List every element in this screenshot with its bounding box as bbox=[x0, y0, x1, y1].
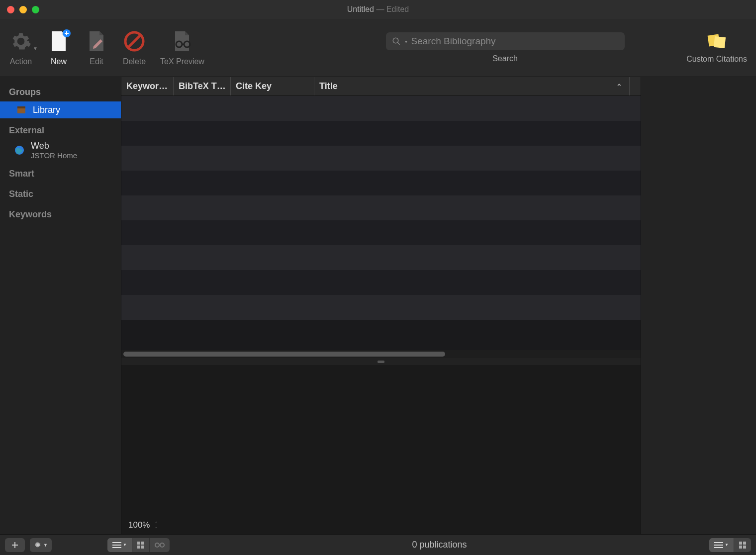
sidebar: Groups Library External Web JSTOR Home S… bbox=[0, 77, 121, 534]
web-label: Web bbox=[31, 141, 77, 151]
edited-indicator: — Edited bbox=[374, 5, 409, 13]
groups-header: Groups bbox=[0, 83, 121, 101]
col-bibtex-type[interactable]: BibTeX T… bbox=[174, 77, 231, 95]
search-icon bbox=[392, 37, 401, 46]
edit-icon bbox=[85, 29, 108, 53]
grid-icon bbox=[739, 542, 746, 549]
table-body[interactable] bbox=[121, 96, 641, 350]
col-title[interactable]: Title ⌃ bbox=[314, 77, 630, 95]
svg-rect-20 bbox=[743, 542, 746, 545]
table-header: Keywor… BibTeX T… Cite Key Title ⌃ bbox=[121, 77, 641, 96]
library-label: Library bbox=[33, 105, 60, 115]
svg-point-5 bbox=[393, 38, 398, 43]
grid-view-button[interactable] bbox=[132, 538, 149, 552]
right-grid-view-button[interactable] bbox=[734, 538, 751, 552]
scrollbar-thumb[interactable] bbox=[123, 352, 445, 357]
svg-rect-14 bbox=[141, 542, 144, 545]
close-window-button[interactable] bbox=[7, 6, 14, 13]
smart-header: Smart bbox=[0, 162, 121, 182]
settings-menu-button[interactable]: ▼ bbox=[30, 538, 52, 552]
traffic-lights bbox=[7, 6, 39, 13]
toolbar: ▼ Action New Edit Delete TeX Preview ▾ bbox=[0, 19, 756, 77]
table-row bbox=[121, 245, 641, 270]
action-label: Action bbox=[10, 57, 32, 66]
sticky-notes-icon bbox=[706, 32, 727, 51]
left-view-segmented: ▼ bbox=[107, 538, 170, 552]
col-keywords[interactable]: Keywor… bbox=[121, 77, 174, 95]
grip-icon bbox=[378, 361, 384, 363]
svg-rect-13 bbox=[137, 542, 140, 545]
new-button[interactable]: New bbox=[47, 29, 71, 66]
svg-rect-15 bbox=[137, 546, 140, 549]
titlebar: Untitled — Edited bbox=[0, 0, 756, 19]
window-title: Untitled — Edited bbox=[347, 5, 409, 14]
edit-label: Edit bbox=[90, 57, 103, 66]
table-row bbox=[121, 295, 641, 320]
glasses-small-icon bbox=[155, 542, 165, 548]
col-overflow[interactable] bbox=[630, 77, 641, 95]
svg-rect-10 bbox=[17, 106, 25, 108]
gear-icon bbox=[34, 541, 42, 549]
zoom-control[interactable]: 100% ⌃ ⌄ bbox=[128, 520, 158, 530]
delete-label: Delete bbox=[123, 57, 146, 66]
add-button[interactable] bbox=[5, 538, 25, 552]
list-icon bbox=[112, 542, 121, 549]
publication-count: 0 publications bbox=[170, 540, 709, 550]
svg-rect-16 bbox=[141, 546, 144, 549]
horizontal-scrollbar[interactable] bbox=[121, 350, 641, 358]
svg-rect-22 bbox=[743, 546, 746, 549]
dropdown-icon: ▼ bbox=[33, 46, 38, 51]
table-row bbox=[121, 96, 641, 121]
title-col-label: Title bbox=[319, 81, 338, 92]
custom-citations-button[interactable]: Custom Citations bbox=[686, 32, 747, 64]
search-field[interactable]: ▾ bbox=[386, 32, 625, 50]
minimize-window-button[interactable] bbox=[19, 6, 27, 13]
book-icon bbox=[16, 104, 27, 115]
sidebar-item-web[interactable]: Web JSTOR Home bbox=[0, 139, 121, 162]
svg-line-6 bbox=[397, 42, 400, 45]
static-header: Static bbox=[0, 182, 121, 202]
delete-button[interactable]: Delete bbox=[122, 29, 146, 66]
table-row bbox=[121, 171, 641, 195]
sort-ascending-icon: ⌃ bbox=[616, 83, 622, 91]
search-options-icon[interactable]: ▾ bbox=[405, 39, 407, 44]
chevron-down-icon: ▼ bbox=[123, 543, 127, 547]
svg-point-18 bbox=[160, 543, 164, 547]
gear-icon: ▼ bbox=[9, 29, 33, 53]
globe-icon bbox=[14, 145, 25, 156]
right-list-view-button[interactable]: ▼ bbox=[709, 538, 734, 552]
chevron-down-icon: ⌄ bbox=[155, 525, 158, 529]
status-bar: ▼ ▼ 0 publications ▼ bbox=[0, 534, 756, 555]
glasses-icon bbox=[170, 29, 194, 53]
table-row bbox=[121, 146, 641, 171]
chevron-down-icon: ▼ bbox=[725, 543, 729, 547]
tex-preview-label: TeX Preview bbox=[160, 57, 204, 66]
fullscreen-window-button[interactable] bbox=[32, 6, 39, 13]
zoom-stepper[interactable]: ⌃ ⌄ bbox=[155, 522, 158, 529]
list-view-button[interactable]: ▼ bbox=[107, 538, 132, 552]
svg-line-2 bbox=[128, 35, 140, 47]
search-label: Search bbox=[492, 54, 518, 63]
plus-icon bbox=[11, 542, 18, 549]
col-cite-key[interactable]: Cite Key bbox=[231, 77, 314, 95]
table-row bbox=[121, 270, 641, 295]
table-row bbox=[121, 121, 641, 146]
svg-point-17 bbox=[155, 543, 159, 547]
main-panel: Keywor… BibTeX T… Cite Key Title ⌃ bbox=[121, 77, 641, 534]
action-button[interactable]: ▼ Action bbox=[9, 29, 33, 66]
edit-button[interactable]: Edit bbox=[85, 29, 108, 66]
table-row bbox=[121, 195, 641, 220]
sidebar-item-library[interactable]: Library bbox=[0, 101, 121, 118]
new-label: New bbox=[51, 57, 67, 66]
pane-splitter[interactable] bbox=[121, 358, 641, 365]
svg-rect-19 bbox=[739, 542, 742, 545]
title-text: Untitled bbox=[347, 5, 374, 13]
citations-label: Custom Citations bbox=[686, 55, 747, 64]
right-panel bbox=[641, 77, 756, 534]
search-section: ▾ Search bbox=[338, 32, 672, 63]
tex-preview-button[interactable]: TeX Preview bbox=[160, 29, 204, 66]
table-row bbox=[121, 220, 641, 245]
search-input[interactable] bbox=[411, 36, 619, 47]
preview-toggle-button[interactable] bbox=[149, 538, 170, 552]
list-icon bbox=[714, 542, 723, 549]
